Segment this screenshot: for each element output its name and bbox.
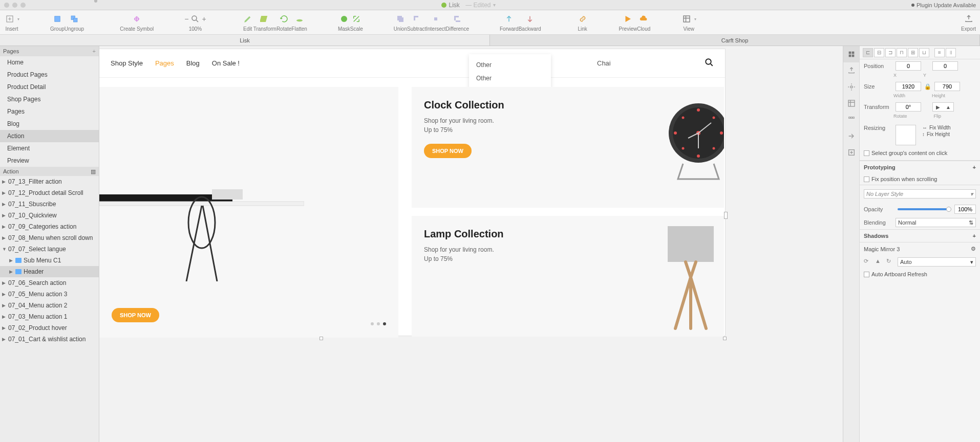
ungroup-tool[interactable]: Ungroup bbox=[65, 13, 84, 32]
align-vcenter-button[interactable]: ⊞ bbox=[908, 48, 918, 57]
slide-pager[interactable] bbox=[371, 322, 386, 325]
layer-style-select[interactable]: No Layer Style▾ bbox=[864, 189, 976, 198]
layer-row[interactable]: ▶07_08_Menu when scroll down bbox=[0, 232, 99, 244]
layers-collapse-icon[interactable]: ▥ bbox=[91, 168, 96, 175]
canvas[interactable]: Shop Style Pages Blog On Sale ! Other Ot… bbox=[99, 46, 843, 442]
mm-flip-icon[interactable]: ▲ bbox=[875, 258, 883, 266]
view-tool[interactable]: ▾View bbox=[681, 13, 696, 32]
page-item[interactable]: Element bbox=[0, 142, 99, 154]
search-icon[interactable] bbox=[705, 58, 714, 69]
dropdown-option[interactable]: Other bbox=[469, 58, 551, 72]
distribute-h-button[interactable]: ≡ bbox=[934, 48, 945, 57]
layer-row-expanded[interactable]: ▼07_07_Select langue bbox=[0, 244, 99, 255]
inspector-tab-settings[interactable] bbox=[843, 79, 859, 95]
union-tool[interactable]: Union bbox=[394, 13, 407, 32]
scale-tool[interactable]: Scale bbox=[350, 13, 363, 32]
forward-tool[interactable]: Forward bbox=[500, 13, 519, 32]
preview-tool[interactable]: Preview bbox=[619, 13, 637, 32]
plugin-update-badge[interactable]: Plugin Update Available bbox=[911, 2, 976, 8]
artboard[interactable]: Shop Style Pages Blog On Sale ! Other Ot… bbox=[99, 49, 725, 336]
rotate-tool[interactable]: Rotate bbox=[276, 13, 291, 32]
auto-refresh-checkbox[interactable] bbox=[864, 272, 869, 277]
flip-h-button[interactable]: ▶ bbox=[933, 103, 943, 111]
magic-mirror-settings-icon[interactable]: ⚙ bbox=[971, 246, 976, 252]
add-shadow-button[interactable]: + bbox=[973, 233, 976, 239]
layer-row[interactable]: ▶07_06_Search action bbox=[0, 277, 99, 289]
height-input[interactable] bbox=[934, 82, 960, 91]
inspector-tab-prototype[interactable] bbox=[843, 128, 859, 144]
align-bottom-button[interactable]: ⊔ bbox=[919, 48, 929, 57]
flip-v-button[interactable]: ▲ bbox=[943, 103, 953, 111]
align-top-button[interactable]: ⊓ bbox=[897, 48, 907, 57]
distribute-v-button[interactable]: ⫴ bbox=[946, 48, 956, 57]
fix-height-button[interactable]: ↕ Fix Height bbox=[922, 131, 951, 137]
opacity-input[interactable] bbox=[954, 205, 976, 214]
add-page-button[interactable]: + bbox=[93, 48, 96, 54]
inspector-tab-grid[interactable] bbox=[843, 112, 859, 128]
page-item[interactable]: Preview bbox=[0, 154, 99, 167]
selection-handle[interactable] bbox=[319, 337, 323, 340]
layer-row[interactable]: ▶07_10_Quickview bbox=[0, 210, 99, 221]
dropdown-menu[interactable]: Other Other bbox=[469, 54, 551, 89]
inspector-tab-layout[interactable] bbox=[843, 95, 859, 112]
position-x-input[interactable] bbox=[896, 61, 921, 71]
add-prototype-button[interactable]: + bbox=[973, 164, 976, 170]
layer-row[interactable]: ▶07_04_Menu action 2 bbox=[0, 300, 99, 311]
width-input[interactable] bbox=[896, 82, 921, 91]
shop-now-button[interactable]: SHOP NOW bbox=[424, 144, 472, 158]
layer-row[interactable]: ▶07_09_Categories action bbox=[0, 221, 99, 232]
page-item[interactable]: Home bbox=[0, 56, 99, 69]
nav-onsale[interactable]: On Sale ! bbox=[212, 59, 240, 67]
nav-shop-style[interactable]: Shop Style bbox=[111, 59, 143, 67]
layer-row[interactable]: ▶07_12_Product detail Scroll bbox=[0, 187, 99, 198]
nav-blog[interactable]: Blog bbox=[186, 59, 200, 67]
inspector-tab-export[interactable] bbox=[843, 62, 859, 79]
select-contents-checkbox[interactable] bbox=[864, 150, 869, 156]
page-item-active[interactable]: Action bbox=[0, 130, 99, 142]
layer-row-child[interactable]: ▶Sub Menu C1 bbox=[0, 255, 99, 266]
page-item[interactable]: Product Detail bbox=[0, 81, 99, 93]
traffic-lights[interactable] bbox=[4, 3, 26, 8]
shop-now-button[interactable]: SHOP NOW bbox=[112, 308, 159, 322]
search-input[interactable] bbox=[597, 59, 617, 67]
layer-row[interactable]: ▶07_11_Sbuscribe bbox=[0, 198, 99, 210]
mm-mode-select[interactable]: Auto▾ bbox=[898, 257, 976, 267]
lock-aspect-icon[interactable]: 🔒 bbox=[924, 83, 931, 90]
export-tool[interactable]: Export bbox=[961, 13, 976, 32]
subtract-tool[interactable]: Subtract bbox=[407, 13, 426, 32]
opacity-slider[interactable] bbox=[898, 208, 949, 210]
doc-tab-carft[interactable]: Carft Shop bbox=[490, 35, 980, 46]
edit-tool[interactable]: Edit bbox=[242, 13, 253, 32]
create-symbol-tool[interactable]: Create Symbol bbox=[120, 13, 154, 32]
fix-width-button[interactable]: ↔ Fix Width bbox=[922, 125, 951, 130]
layer-row[interactable]: ▶07_05_Menu action 3 bbox=[0, 289, 99, 300]
mask-tool[interactable]: Mask bbox=[338, 13, 350, 32]
align-hcenter-button[interactable]: ⊟ bbox=[874, 48, 884, 57]
dropdown-option[interactable]: Other bbox=[469, 72, 551, 85]
mm-rotate-icon[interactable]: ↻ bbox=[886, 258, 894, 266]
difference-tool[interactable]: Difference bbox=[446, 13, 469, 32]
selection-handle[interactable] bbox=[724, 212, 728, 219]
blending-select[interactable]: Normal⇅ bbox=[896, 218, 976, 227]
backward-tool[interactable]: Backward bbox=[519, 13, 541, 32]
pin-widget[interactable] bbox=[896, 125, 916, 145]
rotation-input[interactable] bbox=[896, 102, 921, 112]
layer-row[interactable]: ▶07_01_Cart & wishlist action bbox=[0, 334, 99, 345]
fix-scroll-checkbox[interactable] bbox=[864, 176, 869, 182]
page-item[interactable]: Pages bbox=[0, 105, 99, 118]
selection-handle[interactable] bbox=[723, 337, 727, 340]
layer-row[interactable]: ▶07_13_Fillter action bbox=[0, 176, 99, 187]
align-left-button[interactable]: ⊏ bbox=[863, 48, 873, 57]
layer-row[interactable]: ▶07_02_Product hover bbox=[0, 322, 99, 334]
layer-row[interactable]: ▶07_03_Menu action 1 bbox=[0, 311, 99, 322]
insert-tool[interactable]: ▾ Insert bbox=[4, 13, 19, 32]
page-item[interactable]: Shop Pages bbox=[0, 93, 99, 105]
inspector-tab-style[interactable] bbox=[843, 46, 859, 62]
inspector-tab-add[interactable] bbox=[843, 144, 859, 161]
position-y-input[interactable] bbox=[932, 61, 958, 71]
group-tool[interactable]: Group bbox=[50, 13, 65, 32]
transform-tool[interactable]: Transform bbox=[253, 13, 276, 32]
intersect-tool[interactable]: Intersect bbox=[426, 13, 445, 32]
mm-refresh-icon[interactable]: ⟳ bbox=[864, 258, 872, 266]
align-right-button[interactable]: ⊐ bbox=[885, 48, 896, 57]
